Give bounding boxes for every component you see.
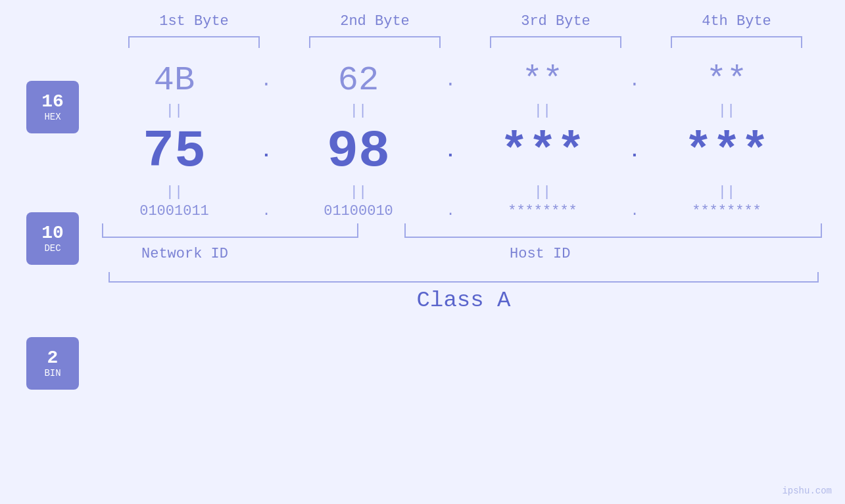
dec-val-4: *** [654, 125, 799, 179]
dec-row: 75 . 98 . *** . *** [102, 122, 825, 181]
eq2-1: || [102, 184, 247, 200]
hex-dot-2: . [431, 70, 470, 91]
dec-badge: 10 DEC [26, 212, 79, 265]
byte2-header: 2nd Byte [302, 13, 447, 30]
equals-row-1: || || || || [102, 103, 825, 119]
bin-val-3: ******** [470, 203, 615, 219]
eq2-3: || [470, 184, 615, 200]
bottom-brackets [102, 223, 825, 243]
dec-val-1: 75 [102, 122, 247, 181]
bin-dot-2: . [431, 203, 470, 219]
bin-val-4: ******** [654, 203, 799, 219]
dec-dot-2: . [431, 141, 470, 162]
bin-badge: 2 BIN [26, 337, 79, 390]
byte-headers-row: 1st Byte 2nd Byte 3rd Byte 4th Byte [104, 13, 827, 30]
bin-dot-3: . [615, 203, 654, 219]
byte1-header: 1st Byte [122, 13, 266, 30]
bracket-byte2 [309, 36, 441, 48]
bracket-byte4 [671, 36, 802, 48]
labels-column: 16 HEX 10 DEC 2 BIN [26, 81, 79, 390]
host-id-label: Host ID [510, 246, 570, 262]
bin-val-1: 01001011 [102, 203, 247, 219]
eq1-1: || [102, 103, 247, 119]
outer-bracket-row [102, 272, 825, 283]
eq2-4: || [654, 184, 799, 200]
dec-badge-base: DEC [44, 243, 60, 254]
attribution: ipshu.com [782, 486, 832, 496]
dec-dot-1: . [247, 141, 286, 162]
hex-row: 4B . 62 . ** . ** [102, 61, 825, 100]
bin-dot-1: . [247, 203, 286, 219]
equals-row-2: || || || || [102, 184, 825, 200]
dec-badge-num: 10 [41, 223, 64, 244]
dec-val-2: 98 [286, 122, 431, 181]
main-container: 1st Byte 2nd Byte 3rd Byte 4th Byte 16 H… [0, 0, 845, 504]
host-bracket [404, 223, 822, 238]
bracket-byte3 [490, 36, 621, 48]
bin-val-2: 01100010 [286, 203, 431, 219]
hex-badge-base: HEX [44, 112, 60, 122]
class-label: Class A [417, 288, 511, 313]
hex-val-2: 62 [286, 61, 431, 100]
hex-val-1: 4B [102, 61, 247, 100]
outer-bracket [109, 272, 819, 283]
hex-val-3: ** [470, 61, 615, 100]
class-label-row: Class A [102, 288, 825, 313]
eq2-2: || [286, 184, 431, 200]
eq1-2: || [286, 103, 431, 119]
eq1-3: || [470, 103, 615, 119]
hex-val-4: ** [654, 61, 799, 100]
network-id-label: Network ID [141, 246, 228, 262]
bin-badge-num: 2 [47, 348, 59, 369]
eq1-4: || [654, 103, 799, 119]
top-bracket-row [104, 36, 827, 48]
id-labels: Network ID Host ID [102, 246, 825, 265]
hex-badge: 16 HEX [26, 81, 79, 133]
byte3-header: 3rd Byte [483, 13, 628, 30]
network-bracket [102, 223, 358, 238]
byte4-header: 4th Byte [664, 13, 809, 30]
dec-val-3: *** [470, 125, 615, 179]
hex-dot-1: . [247, 70, 286, 91]
dec-dot-3: . [615, 141, 654, 162]
bin-row: 01001011 . 01100010 . ******** . *******… [102, 203, 825, 219]
hex-badge-num: 16 [41, 92, 64, 112]
hex-dot-3: . [615, 70, 654, 91]
bracket-byte1 [128, 36, 260, 48]
bin-badge-base: BIN [44, 368, 60, 378]
